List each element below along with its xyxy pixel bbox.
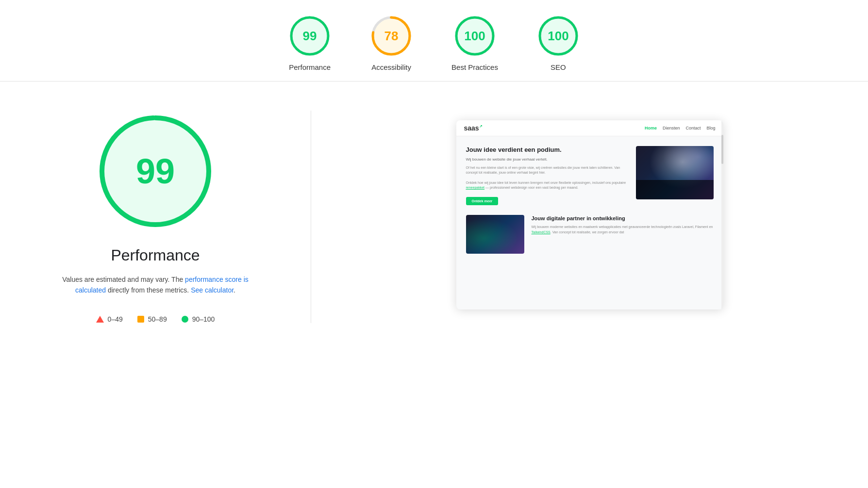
description-line3: . xyxy=(234,286,235,294)
preview-reneepakket-link[interactable]: reneepakket xyxy=(466,186,485,189)
calculator-link[interactable]: See calculator xyxy=(191,286,234,294)
preview-scrollbar[interactable] xyxy=(721,120,723,309)
website-preview: saas↗ Home Diensten Contact Blog Jouw id… xyxy=(456,120,723,309)
score-label-performance: Performance xyxy=(289,63,331,71)
score-item-accessibility[interactable]: 78 Accessibility xyxy=(370,15,413,71)
preview-hero-image xyxy=(636,146,714,199)
preview-nav-diensten: Diensten xyxy=(663,126,680,130)
preview-section2: Jouw digitale partner in ontwikkeling Wi… xyxy=(456,210,723,259)
score-circle-best-practices: 100 xyxy=(453,15,496,57)
panel-divider xyxy=(311,111,311,323)
main-content: 99 Performance Values are estimated and … xyxy=(0,81,868,342)
preview-nav: Home Diensten Contact Blog xyxy=(645,126,716,130)
score-item-performance[interactable]: 99 Performance xyxy=(288,15,331,71)
preview-logo: saas↗ xyxy=(464,124,483,132)
preview-nav-home: Home xyxy=(645,126,657,130)
preview-img2-overlay xyxy=(466,215,524,254)
preview-crowd xyxy=(636,180,714,199)
large-score-value: 99 xyxy=(136,151,175,191)
legend-square-icon xyxy=(137,316,144,323)
score-circle-performance: 99 xyxy=(288,15,331,57)
legend-item-high: 90–100 xyxy=(182,315,215,323)
score-label-best-practices: Best Practices xyxy=(451,63,498,71)
score-label-accessibility: Accessibility xyxy=(371,63,411,71)
large-score-title: Performance xyxy=(111,246,200,264)
legend-range-high: 90–100 xyxy=(192,315,215,323)
description-line1: Values are estimated and may vary. The xyxy=(62,276,185,283)
preview-section2-text: Jouw digitale partner in ontwikkeling Wi… xyxy=(532,215,714,254)
left-panel: 99 Performance Values are estimated and … xyxy=(39,111,272,323)
preview-text-col: Jouw idee verdient een podium. Wij bouwe… xyxy=(466,146,636,205)
preview-scrollbar-thumb xyxy=(721,135,723,164)
score-label-seo: SEO xyxy=(551,63,566,71)
preview-tailwind-link[interactable]: TailwindCSS xyxy=(532,230,551,234)
preview-hero-subtitle: Wij bouwen de website die jouw verhaal v… xyxy=(466,157,629,162)
preview-hero-title: Jouw idee verdient een podium. xyxy=(466,146,629,154)
legend: 0–49 50–89 90–100 xyxy=(96,315,215,323)
preview-section2-body: Wij bouwen moderne websites en maatwerk … xyxy=(532,225,714,235)
score-item-best-practices[interactable]: 100 Best Practices xyxy=(451,15,498,71)
legend-item-low: 0–49 xyxy=(96,315,123,323)
score-value-performance: 99 xyxy=(303,29,317,44)
score-value-seo: 100 xyxy=(548,29,568,44)
preview-body-text-2: Ontdek hoe wij jouw idee tot leven kunne… xyxy=(466,180,629,191)
score-item-seo[interactable]: 100 SEO xyxy=(537,15,580,71)
description-text: Values are estimated and may vary. The p… xyxy=(53,274,257,296)
score-circle-seo: 100 xyxy=(537,15,580,57)
score-value-best-practices: 100 xyxy=(464,29,485,44)
legend-triangle-icon xyxy=(96,316,104,323)
score-value-accessibility: 78 xyxy=(384,29,399,44)
legend-item-mid: 50–89 xyxy=(137,315,167,323)
score-circle-accessibility: 78 xyxy=(370,15,413,57)
description-line2: directly from these metrics. xyxy=(106,286,191,294)
preview-image-col xyxy=(636,146,714,199)
legend-range-mid: 50–89 xyxy=(148,315,167,323)
legend-circle-icon xyxy=(182,316,188,323)
preview-section2-image xyxy=(466,215,524,254)
preview-cta-button[interactable]: Ontdek meer xyxy=(466,197,499,205)
preview-header: saas↗ Home Diensten Contact Blog xyxy=(456,120,723,136)
preview-hero: Jouw idee verdient een podium. Wij bouwe… xyxy=(456,136,723,210)
right-panel: saas↗ Home Diensten Contact Blog Jouw id… xyxy=(350,111,829,323)
preview-nav-contact: Contact xyxy=(685,126,701,130)
large-score-circle: 99 xyxy=(95,111,216,232)
legend-range-low: 0–49 xyxy=(108,315,123,323)
preview-nav-blog: Blog xyxy=(706,126,715,130)
preview-body-text-1: Of het nu een kleine start is of een gro… xyxy=(466,165,629,176)
preview-section2-title: Jouw digitale partner in ontwikkeling xyxy=(532,215,714,222)
scores-bar: 99 Performance 78 Accessibility 100 Best… xyxy=(0,0,868,81)
